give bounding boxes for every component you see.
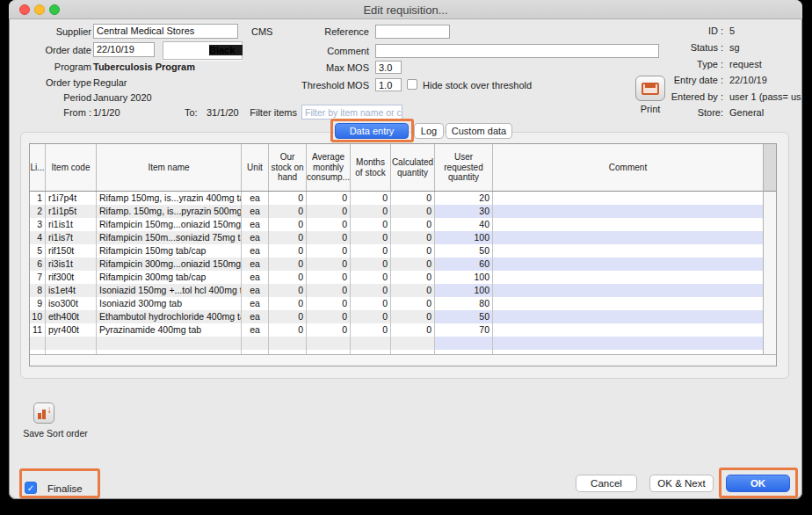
cell-stock[interactable]: 0 [269, 218, 307, 231]
header-comment[interactable]: Comment [493, 144, 763, 191]
reference-input[interactable] [375, 25, 450, 39]
table-row[interactable]: 4ri1is7tRifampicin 150m...soniazid 75mg … [30, 231, 763, 244]
cell-comment[interactable] [493, 192, 763, 205]
cell-calc[interactable]: 0 [391, 284, 435, 297]
table-row[interactable]: 9iso300tIsoniazid 300mg tabea000080 [30, 297, 763, 310]
cell-requested[interactable]: 80 [435, 297, 493, 310]
cell-unit[interactable]: ea [242, 218, 269, 231]
cell-amc[interactable]: 0 [307, 271, 351, 284]
cell-calc[interactable]: 0 [391, 323, 435, 337]
cell-months[interactable]: 0 [351, 231, 391, 244]
cell-comment[interactable] [493, 284, 763, 297]
cell-calc[interactable]: 0 [391, 258, 435, 271]
cell-name[interactable]: Rifampicin 300mg...oniazid 150mg tab [97, 258, 242, 271]
cell-amc[interactable]: 0 [307, 297, 351, 310]
cell-unit[interactable]: ea [242, 297, 269, 310]
cell-name[interactable]: Isoniazid 150mg +...tol hcl 400mg tab [97, 284, 242, 297]
header-months-of-stock[interactable]: Months of stock [351, 144, 391, 191]
cell-months[interactable]: 0 [351, 271, 391, 284]
finalise-checkbox[interactable]: ✓ [25, 482, 37, 494]
cell-comment[interactable] [493, 271, 763, 284]
cell-line[interactable]: 1 [30, 192, 46, 205]
cell-amc[interactable]: 0 [307, 192, 351, 205]
header-calculated-quantity[interactable]: Calculated quantity [391, 144, 435, 191]
cell-line[interactable]: 11 [30, 323, 46, 337]
cell-months[interactable]: 0 [351, 244, 391, 258]
cell-unit[interactable]: ea [242, 244, 269, 258]
cell-amc[interactable]: 0 [307, 310, 351, 323]
cell-requested[interactable]: 100 [435, 271, 493, 284]
cell-stock[interactable]: 0 [269, 244, 307, 258]
cell-name[interactable]: Pyrazinamide 400mg tab [97, 323, 242, 337]
cell-stock[interactable]: 0 [269, 231, 307, 244]
table-row[interactable]: 6ri3is1tRifampicin 300mg...oniazid 150mg… [30, 258, 763, 271]
print-button[interactable] [635, 76, 665, 101]
header-item-name[interactable]: Item name [97, 144, 242, 191]
cell-calc[interactable]: 0 [391, 271, 435, 284]
cell-name[interactable]: Rifampicin 150mg...oniazid 150mg tab [97, 218, 242, 231]
cell-amc[interactable]: 0 [307, 244, 351, 258]
cell-unit[interactable]: ea [242, 271, 269, 284]
cell-comment[interactable] [493, 310, 763, 323]
cell-stock[interactable]: 0 [269, 271, 307, 284]
cell-code[interactable]: ri1is7t [46, 231, 97, 244]
header-our-stock[interactable]: Our stock on hand [269, 144, 307, 191]
cell-comment[interactable] [493, 323, 763, 337]
cell-months[interactable]: 0 [351, 323, 391, 337]
table-row[interactable]: 8is1et4tIsoniazid 150mg +...tol hcl 400m… [30, 284, 763, 297]
cell-months[interactable]: 0 [351, 218, 391, 231]
cell-name[interactable]: Isoniazid 300mg tab [97, 297, 242, 310]
cell-unit[interactable]: ea [242, 205, 269, 218]
cell-requested[interactable]: 100 [435, 231, 493, 244]
cell-requested[interactable]: 70 [435, 323, 493, 337]
cell-name[interactable]: Ethambutol hydrochloride 400mg tab [97, 310, 242, 323]
cell-stock[interactable]: 0 [269, 323, 307, 337]
table-row[interactable]: 2r1i1p5tRifamp. 150mg, is...pyrazin 500m… [30, 205, 763, 218]
cell-stock[interactable]: 0 [269, 192, 307, 205]
cell-amc[interactable]: 0 [307, 231, 351, 244]
cell-line[interactable]: 5 [30, 244, 46, 258]
cell-code[interactable]: r1i7p4t [46, 192, 97, 205]
cell-unit[interactable]: ea [242, 258, 269, 271]
table-row[interactable]: 1r1i7p4tRifamp 150mg, is...yrazin 400mg … [30, 192, 763, 205]
header-unit[interactable]: Unit [242, 144, 269, 191]
tab-data-entry[interactable]: Data entry [335, 123, 409, 139]
ok-button[interactable]: OK [726, 475, 790, 492]
cell-code[interactable]: rif150t [46, 244, 97, 258]
cell-requested[interactable]: 100 [435, 284, 493, 297]
cell-calc[interactable]: 0 [391, 297, 435, 310]
cell-stock[interactable]: 0 [269, 205, 307, 218]
table-row[interactable]: 11pyr400tPyrazinamide 400mg tabea000070 [30, 323, 763, 337]
cell-calc[interactable]: 0 [391, 205, 435, 218]
cell-name[interactable]: Rifamp. 150mg, is...pyrazin 500mg tab [97, 205, 242, 218]
cell-calc[interactable]: 0 [391, 192, 435, 205]
table-row[interactable]: 10eth400tEthambutol hydrochloride 400mg … [30, 310, 763, 323]
cell-name[interactable]: Rifampicin 150mg tab/cap [97, 244, 242, 258]
save-sort-order-button[interactable]: ↓ [33, 403, 54, 424]
table-row[interactable]: 3ri1is1tRifampicin 150mg...oniazid 150mg… [30, 218, 763, 231]
cell-code[interactable]: eth400t [46, 310, 97, 323]
max-mos-input[interactable]: 3.0 [375, 61, 402, 74]
cell-unit[interactable]: ea [242, 192, 269, 205]
threshold-mos-input[interactable]: 1.0 [375, 78, 402, 91]
header-avg-monthly-consumption[interactable]: Average monthly consump... [307, 144, 351, 191]
cell-stock[interactable]: 0 [269, 297, 307, 310]
header-item-code[interactable]: Item code [46, 144, 97, 191]
cell-code[interactable]: is1et4t [46, 284, 97, 297]
cell-calc[interactable]: 0 [391, 310, 435, 323]
cell-unit[interactable]: ea [242, 284, 269, 297]
cell-calc[interactable]: 0 [391, 218, 435, 231]
cell-requested[interactable]: 20 [435, 192, 493, 205]
cell-amc[interactable]: 0 [307, 205, 351, 218]
cell-line[interactable]: 10 [30, 310, 46, 323]
supplier-input[interactable]: Central Medical Stores [93, 24, 238, 39]
cell-calc[interactable]: 0 [391, 231, 435, 244]
table-row[interactable]: 7rif300tRifampicin 300mg tab/capea000010… [30, 271, 763, 284]
cell-line[interactable]: 6 [30, 258, 46, 271]
cell-requested[interactable]: 30 [435, 205, 493, 218]
cell-requested[interactable]: 50 [435, 244, 493, 258]
ok-and-next-button[interactable]: OK & Next [649, 475, 714, 492]
cell-unit[interactable]: ea [242, 231, 269, 244]
cell-line[interactable]: 3 [30, 218, 46, 231]
cell-months[interactable]: 0 [351, 258, 391, 271]
